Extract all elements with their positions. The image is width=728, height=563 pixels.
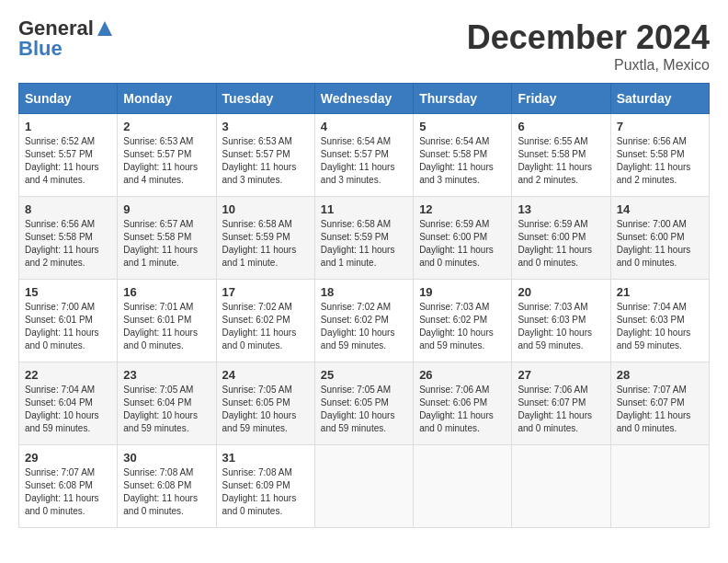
day-number: 9 [123,202,210,216]
sunrise-text: Sunrise: 7:00 AM [617,219,687,229]
sunset-text: Sunset: 5:58 PM [617,149,685,159]
day-number: 28 [617,368,703,382]
day-number: 29 [25,451,111,465]
sunset-text: Sunset: 5:57 PM [25,149,93,159]
calendar-cell: 30 Sunrise: 7:08 AM Sunset: 6:08 PM Dayl… [118,445,216,528]
daylight-text: Daylight: 11 hours and 3 minutes. [321,162,395,185]
daylight-text: Daylight: 10 hours and 59 minutes. [419,327,494,350]
calendar-cell: 11 Sunrise: 6:58 AM Sunset: 5:59 PM Dayl… [314,197,413,280]
calendar-cell: 31 Sunrise: 7:08 AM Sunset: 6:09 PM Dayl… [216,445,314,528]
day-number: 31 [222,451,309,465]
sunrise-text: Sunrise: 7:00 AM [25,302,95,312]
day-number: 16 [123,285,210,299]
sunset-text: Sunset: 6:06 PM [419,397,487,408]
calendar-cell: 26 Sunrise: 7:06 AM Sunset: 6:06 PM Dayl… [414,362,512,445]
sunset-text: Sunset: 6:07 PM [518,397,586,408]
day-number: 8 [25,202,111,216]
sunset-text: Sunset: 5:59 PM [222,232,290,242]
daylight-text: Daylight: 11 hours and 0 minutes. [419,245,494,268]
sunrise-text: Sunrise: 7:04 AM [617,302,687,312]
sunrise-text: Sunrise: 6:58 AM [222,219,292,229]
sunset-text: Sunset: 6:00 PM [617,232,685,242]
day-number: 4 [321,120,407,133]
header-tuesday: Tuesday [216,84,314,114]
sunset-text: Sunset: 6:08 PM [123,480,191,490]
daylight-text: Daylight: 11 hours and 1 minute. [123,245,198,268]
title-block: December 2024 Puxtla, Mexico [467,18,710,74]
sunrise-text: Sunrise: 7:05 AM [321,385,391,395]
calendar-cell: 28 Sunrise: 7:07 AM Sunset: 6:07 PM Dayl… [610,362,709,445]
sunrise-text: Sunrise: 6:56 AM [617,136,687,146]
daylight-text: Daylight: 11 hours and 0 minutes. [222,493,297,516]
day-number: 1 [25,120,111,133]
day-number: 5 [419,120,506,133]
day-number: 11 [321,202,407,216]
day-number: 10 [222,202,309,216]
daylight-text: Daylight: 11 hours and 0 minutes. [617,410,691,433]
sunset-text: Sunset: 6:04 PM [25,397,93,408]
calendar-cell: 29 Sunrise: 7:07 AM Sunset: 6:08 PM Dayl… [19,445,118,528]
day-number: 7 [617,120,703,133]
calendar-cell [314,445,413,528]
calendar-cell: 18 Sunrise: 7:02 AM Sunset: 6:02 PM Dayl… [314,280,413,362]
header-friday: Friday [512,84,610,114]
daylight-text: Daylight: 11 hours and 4 minutes. [123,162,198,185]
daylight-text: Daylight: 11 hours and 0 minutes. [25,327,99,350]
sunrise-text: Sunrise: 6:59 AM [518,219,587,229]
calendar-cell: 22 Sunrise: 7:04 AM Sunset: 6:04 PM Dayl… [19,362,118,445]
daylight-text: Daylight: 11 hours and 4 minutes. [25,162,99,185]
daylight-text: Daylight: 10 hours and 59 minutes. [222,410,297,433]
calendar-cell: 13 Sunrise: 6:59 AM Sunset: 6:00 PM Dayl… [512,197,610,280]
calendar-cell: 21 Sunrise: 7:04 AM Sunset: 6:03 PM Dayl… [610,280,709,362]
sunset-text: Sunset: 5:58 PM [123,232,191,242]
calendar-cell: 16 Sunrise: 7:01 AM Sunset: 6:01 PM Dayl… [118,280,216,362]
daylight-text: Daylight: 11 hours and 0 minutes. [222,327,297,350]
daylight-text: Daylight: 11 hours and 0 minutes. [419,410,494,433]
sunrise-text: Sunrise: 7:07 AM [617,385,687,395]
sunset-text: Sunset: 6:01 PM [25,315,93,325]
sunrise-text: Sunrise: 7:06 AM [518,385,587,395]
calendar-cell [414,445,512,528]
day-number: 15 [25,285,111,299]
daylight-text: Daylight: 10 hours and 59 minutes. [321,410,395,433]
daylight-text: Daylight: 11 hours and 3 minutes. [419,162,494,185]
daylight-text: Daylight: 11 hours and 2 minutes. [617,162,691,185]
sunset-text: Sunset: 6:02 PM [222,315,290,325]
sunrise-text: Sunrise: 6:52 AM [25,136,95,146]
sunset-text: Sunset: 5:58 PM [25,232,93,242]
sunrise-text: Sunrise: 6:57 AM [123,219,193,229]
sunrise-text: Sunrise: 7:03 AM [419,302,489,312]
sunrise-text: Sunrise: 6:59 AM [419,219,489,229]
sunrise-text: Sunrise: 6:53 AM [123,136,193,146]
calendar-week-row: 29 Sunrise: 7:07 AM Sunset: 6:08 PM Dayl… [19,445,710,528]
sunset-text: Sunset: 5:57 PM [123,149,191,159]
calendar-week-row: 8 Sunrise: 6:56 AM Sunset: 5:58 PM Dayli… [19,197,710,280]
sunrise-text: Sunrise: 7:05 AM [222,385,292,395]
sunset-text: Sunset: 6:05 PM [222,397,290,408]
daylight-text: Daylight: 11 hours and 0 minutes. [123,327,198,350]
calendar-cell: 17 Sunrise: 7:02 AM Sunset: 6:02 PM Dayl… [216,280,314,362]
day-number: 13 [518,202,604,216]
day-number: 21 [617,285,703,299]
day-number: 17 [222,285,309,299]
calendar-cell: 20 Sunrise: 7:03 AM Sunset: 6:03 PM Dayl… [512,280,610,362]
sunrise-text: Sunrise: 6:55 AM [518,136,587,146]
sunrise-text: Sunrise: 7:02 AM [321,302,391,312]
calendar-cell: 2 Sunrise: 6:53 AM Sunset: 5:57 PM Dayli… [118,114,216,197]
header-monday: Monday [118,84,216,114]
calendar-cell: 6 Sunrise: 6:55 AM Sunset: 5:58 PM Dayli… [512,114,610,197]
logo-blue-text: Blue [18,39,63,59]
sunset-text: Sunset: 6:00 PM [518,232,586,242]
calendar-body: 1 Sunrise: 6:52 AM Sunset: 5:57 PM Dayli… [19,114,710,528]
calendar-cell [610,445,709,528]
sunset-text: Sunset: 6:03 PM [617,315,685,325]
logo-general-text: General [18,18,94,39]
calendar-cell: 25 Sunrise: 7:05 AM Sunset: 6:05 PM Dayl… [314,362,413,445]
calendar-cell: 19 Sunrise: 7:03 AM Sunset: 6:02 PM Dayl… [414,280,512,362]
logo: General Blue [18,18,114,59]
sunset-text: Sunset: 6:02 PM [419,315,487,325]
daylight-text: Daylight: 11 hours and 0 minutes. [123,493,198,516]
daylight-text: Daylight: 11 hours and 0 minutes. [25,493,99,516]
page-header: General Blue December 2024 Puxtla, Mexic… [18,18,710,74]
day-number: 19 [419,285,506,299]
